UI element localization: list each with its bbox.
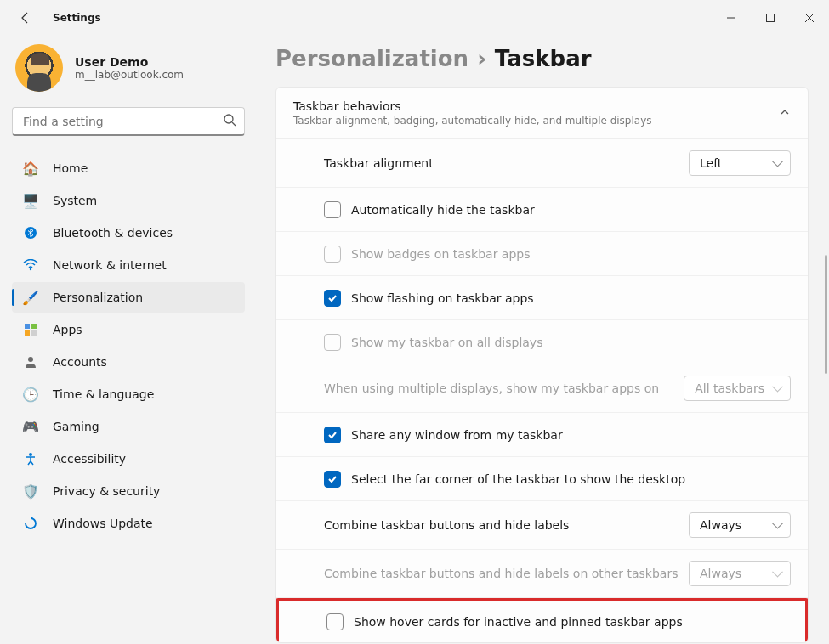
user-block[interactable]: User Demo m__lab@outlook.com [12, 41, 245, 107]
back-button[interactable] [14, 6, 37, 30]
close-button[interactable] [790, 0, 829, 36]
user-email: m__lab@outlook.com [75, 69, 184, 81]
card-header[interactable]: Taskbar behaviors Taskbar alignment, bad… [276, 88, 808, 139]
row-multi-displays: When using multiple displays, show my ta… [276, 364, 808, 413]
row-combine: Combine taskbar buttons and hide labels … [276, 501, 808, 550]
flashing-label: Show flashing on taskbar apps [351, 291, 791, 305]
combine-other-label: Combine taskbar buttons and hide labels … [324, 567, 679, 580]
far-corner-checkbox[interactable] [324, 471, 341, 488]
system-icon: 🖥️ [22, 192, 39, 209]
hover-cards-checkbox[interactable] [326, 613, 344, 630]
row-share-window: Share any window from my taskbar [276, 413, 808, 457]
share-window-checkbox[interactable] [324, 427, 341, 443]
svg-rect-5 [31, 324, 37, 329]
svg-rect-7 [31, 330, 37, 336]
sidebar-item-label: System [53, 194, 97, 207]
row-hover-cards: Show hover cards for inactive and pinned… [276, 598, 808, 642]
sidebar-item-label: Accessibility [53, 452, 126, 466]
sidebar-item-network[interactable]: Network & internet [12, 250, 245, 280]
personalization-icon: 🖌️ [22, 289, 39, 306]
multi-displays-select: All taskbars [684, 376, 791, 401]
auto-hide-label: Automatically hide the taskbar [351, 203, 791, 217]
sidebar-item-label: Time & language [53, 387, 154, 401]
sidebar-item-accessibility[interactable]: Accessibility [12, 443, 245, 474]
minimize-button[interactable] [712, 0, 751, 36]
sidebar-item-time[interactable]: 🕒Time & language [12, 379, 245, 410]
sidebar-item-label: Gaming [53, 420, 99, 433]
row-alignment: Taskbar alignment Left [276, 139, 808, 188]
bluetooth-icon [22, 224, 39, 241]
svg-point-9 [29, 453, 32, 456]
combine-other-select: Always [689, 561, 791, 586]
row-far-corner: Select the far corner of the taskbar to … [276, 457, 808, 501]
flashing-checkbox[interactable] [324, 290, 341, 307]
wifi-icon [22, 257, 39, 274]
sidebar-item-label: Apps [53, 323, 82, 336]
row-flashing: Show flashing on taskbar apps [276, 276, 808, 320]
svg-rect-6 [25, 330, 30, 336]
sidebar-item-label: Network & internet [53, 258, 167, 272]
breadcrumb-parent[interactable]: Personalization [275, 46, 468, 71]
far-corner-label: Select the far corner of the taskbar to … [351, 472, 791, 486]
combine-select[interactable]: Always [689, 512, 791, 538]
sidebar-item-label: Home [53, 161, 88, 175]
apps-icon [22, 321, 39, 338]
row-all-displays: Show my taskbar on all displays [276, 320, 808, 364]
titlebar: Settings [0, 0, 829, 36]
svg-rect-4 [25, 324, 30, 329]
all-displays-label: Show my taskbar on all displays [351, 336, 791, 349]
svg-point-8 [28, 357, 33, 362]
row-badges: Show badges on taskbar apps [276, 232, 808, 276]
taskbar-behaviors-card: Taskbar behaviors Taskbar alignment, bad… [275, 87, 809, 643]
shield-icon: 🛡️ [22, 483, 39, 500]
alignment-select[interactable]: Left [689, 150, 791, 176]
card-title: Taskbar behaviors [293, 99, 779, 113]
search-container [12, 107, 245, 136]
chevron-up-icon[interactable] [779, 105, 791, 121]
sidebar-item-apps[interactable]: Apps [12, 314, 245, 345]
svg-point-1 [224, 115, 233, 123]
accounts-icon [22, 353, 39, 370]
accessibility-icon [22, 450, 39, 467]
clock-icon: 🕒 [22, 386, 39, 403]
sidebar-item-label: Windows Update [53, 517, 153, 530]
svg-point-3 [30, 268, 31, 270]
auto-hide-checkbox[interactable] [324, 201, 341, 218]
search-icon [223, 113, 236, 130]
sidebar-item-label: Privacy & security [53, 484, 160, 498]
hover-cards-label: Show hover cards for inactive and pinned… [354, 615, 788, 629]
scrollbar[interactable] [825, 255, 827, 374]
multi-displays-label: When using multiple displays, show my ta… [324, 381, 673, 395]
sidebar-item-gaming[interactable]: 🎮Gaming [12, 411, 245, 442]
page-title: Taskbar [495, 46, 592, 71]
sidebar-item-accounts[interactable]: Accounts [12, 347, 245, 377]
avatar [15, 44, 63, 92]
sidebar-item-label: Bluetooth & devices [53, 226, 173, 240]
sidebar-item-system[interactable]: 🖥️System [12, 185, 245, 216]
sidebar-item-update[interactable]: Windows Update [12, 508, 245, 539]
row-combine-other: Combine taskbar buttons and hide labels … [276, 550, 808, 598]
row-auto-hide: Automatically hide the taskbar [276, 188, 808, 232]
sidebar-item-privacy[interactable]: 🛡️Privacy & security [12, 476, 245, 506]
sidebar-item-bluetooth[interactable]: Bluetooth & devices [12, 217, 245, 248]
sidebar-item-personalization[interactable]: 🖌️Personalization [12, 282, 245, 313]
window-title: Settings [53, 12, 101, 24]
badges-checkbox [324, 246, 341, 263]
home-icon: 🏠 [22, 160, 39, 177]
card-subtitle: Taskbar alignment, badging, automaticall… [293, 115, 779, 127]
share-window-label: Share any window from my taskbar [351, 428, 791, 442]
breadcrumb: Personalization › Taskbar [275, 46, 809, 71]
all-displays-checkbox [324, 334, 341, 351]
chevron-right-icon: › [477, 46, 486, 71]
alignment-label: Taskbar alignment [324, 156, 679, 170]
combine-label: Combine taskbar buttons and hide labels [324, 518, 679, 532]
badges-label: Show badges on taskbar apps [351, 247, 791, 261]
gaming-icon: 🎮 [22, 418, 39, 435]
maximize-button[interactable] [751, 0, 790, 36]
sidebar-item-home[interactable]: 🏠Home [12, 153, 245, 184]
svg-rect-0 [767, 14, 775, 22]
search-input[interactable] [12, 107, 245, 136]
user-name: User Demo [75, 55, 184, 69]
sidebar-item-label: Personalization [53, 291, 143, 304]
sidebar-item-label: Accounts [53, 355, 107, 369]
